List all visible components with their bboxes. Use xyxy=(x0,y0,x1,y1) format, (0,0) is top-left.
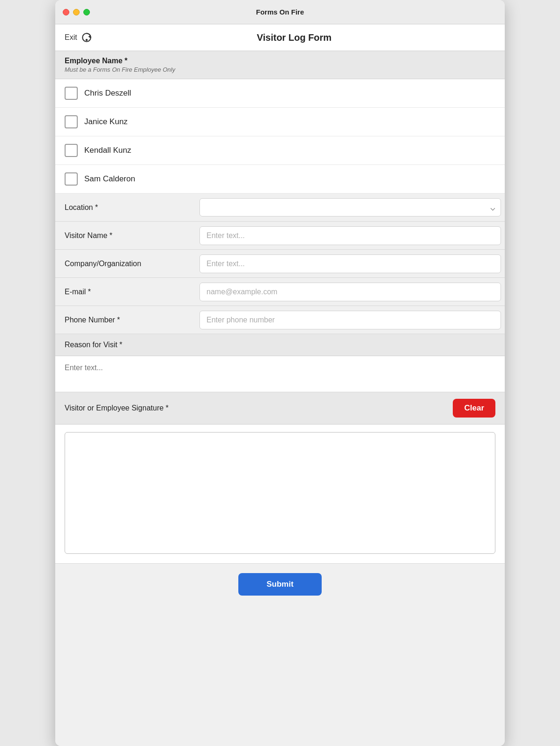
phone-label: Phone Number * xyxy=(55,309,196,331)
form-title: Visitor Log Form xyxy=(93,32,495,43)
refresh-icon xyxy=(80,31,93,44)
exit-label: Exit xyxy=(65,33,77,42)
visitor-name-label: Visitor Name * xyxy=(55,225,196,246)
signature-label: Visitor or Employee Signature * xyxy=(65,404,169,412)
employee-section-sublabel: Must be a Forms On Fire Employee Only xyxy=(65,66,495,73)
top-nav: Exit Visitor Log Form xyxy=(55,24,505,51)
list-item[interactable]: Chris Deszell xyxy=(55,79,505,108)
signature-header-row: Visitor or Employee Signature * Clear xyxy=(55,392,505,425)
submit-button[interactable]: Submit xyxy=(238,573,322,596)
email-input-wrapper xyxy=(196,281,505,303)
visitor-name-input[interactable] xyxy=(199,226,501,245)
email-label: E-mail * xyxy=(55,281,196,303)
checkbox-janice-label: Janice Kunz xyxy=(84,117,128,127)
company-row: Company/Organization xyxy=(55,250,505,278)
app-window: Forms On Fire Exit Visitor Log Form Empl… xyxy=(55,0,505,746)
employee-checkbox-list: Chris Deszell Janice Kunz Kendall Kunz S… xyxy=(55,79,505,194)
list-item[interactable]: Janice Kunz xyxy=(55,108,505,136)
checkbox-sam[interactable] xyxy=(65,172,78,186)
list-item[interactable]: Kendall Kunz xyxy=(55,136,505,165)
window-title: Forms On Fire xyxy=(256,8,304,16)
maximize-button[interactable] xyxy=(83,9,90,15)
reason-textarea-row xyxy=(55,356,505,392)
company-input[interactable] xyxy=(199,254,501,273)
close-button[interactable] xyxy=(63,9,69,15)
reason-label-row: Reason for Visit * xyxy=(55,334,505,356)
location-label: Location * xyxy=(55,197,196,218)
svg-point-2 xyxy=(85,39,87,41)
checkbox-chris-label: Chris Deszell xyxy=(84,89,131,98)
signature-canvas-wrapper xyxy=(55,425,505,564)
svg-marker-1 xyxy=(88,35,90,38)
reason-label: Reason for Visit * xyxy=(65,341,122,349)
checkbox-kendall-label: Kendall Kunz xyxy=(84,146,131,155)
checkbox-kendall[interactable] xyxy=(65,144,78,157)
company-label: Company/Organization xyxy=(55,253,196,275)
phone-input[interactable] xyxy=(199,311,501,329)
visitor-name-input-wrapper xyxy=(196,224,505,247)
company-input-wrapper xyxy=(196,253,505,275)
phone-input-wrapper xyxy=(196,309,505,331)
list-item[interactable]: Sam Calderon xyxy=(55,165,505,194)
employee-section-label: Employee Name * xyxy=(65,57,495,65)
reason-textarea[interactable] xyxy=(65,364,495,382)
email-row: E-mail * xyxy=(55,278,505,306)
traffic-lights xyxy=(63,9,90,15)
app-content: Exit Visitor Log Form Employee Name * Mu… xyxy=(55,24,505,746)
checkbox-chris[interactable] xyxy=(65,87,78,100)
form-body: Employee Name * Must be a Forms On Fire … xyxy=(55,51,505,746)
minimize-button[interactable] xyxy=(73,9,80,15)
exit-button[interactable]: Exit xyxy=(65,31,93,44)
location-select[interactable] xyxy=(199,198,501,216)
visitor-name-row: Visitor Name * xyxy=(55,222,505,250)
phone-row: Phone Number * xyxy=(55,306,505,334)
location-row: Location * ⌵ xyxy=(55,194,505,222)
signature-canvas[interactable] xyxy=(65,432,495,554)
checkbox-janice[interactable] xyxy=(65,115,78,128)
submit-row: Submit xyxy=(55,564,505,605)
form-fields-section: Location * ⌵ Visitor Name * xyxy=(55,194,505,605)
email-input[interactable] xyxy=(199,283,501,301)
employee-section-header: Employee Name * Must be a Forms On Fire … xyxy=(55,51,505,79)
clear-button[interactable]: Clear xyxy=(453,399,495,418)
location-dropdown-wrapper: ⌵ xyxy=(196,196,505,218)
title-bar: Forms On Fire xyxy=(55,0,505,24)
checkbox-sam-label: Sam Calderon xyxy=(84,174,135,184)
